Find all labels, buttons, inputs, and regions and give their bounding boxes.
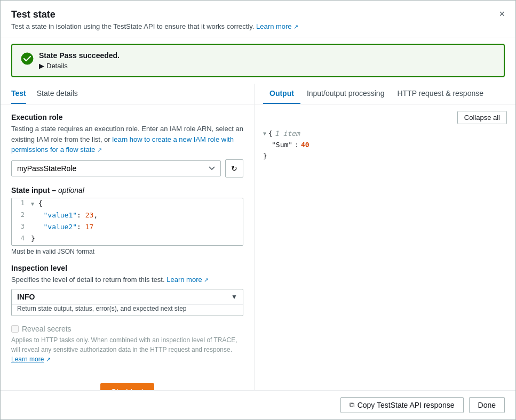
json-close-line: } [263,151,507,162]
collapse-all-button[interactable]: Collapse all [457,111,507,124]
output-header: Collapse all [263,111,507,124]
reveal-secrets-section: Reveal secrets Applies to HTTP tasks onl… [11,325,243,364]
modal-header-left: Test state Test a state in isolation usi… [11,9,298,30]
json-meta: 1 item [275,128,300,140]
start-test-row: Start test [11,375,243,390]
key-value1: "value1" [43,211,77,219]
json-sum-line: "Sum" : 40 [272,140,507,151]
inspection-title: Inspection level [11,264,243,272]
code-line-1: 1 ▼ { [12,198,243,210]
success-banner: State Pass succeeded. ▶ Details [11,44,505,77]
external-icon: ↗ [293,23,298,30]
right-content: Collapse all ▼ { 1 item "Sum" : 40 [255,104,515,390]
inspection-desc-value: Return state output, status, error(s), a… [12,304,243,316]
modal-body: Test State details Execution role Testin… [1,84,515,390]
code-line-4: 4 } [12,233,243,245]
right-panel: Output Input/output processing HTTP requ… [255,84,515,390]
json-toggle[interactable]: ▼ [263,130,266,138]
tab-state-details[interactable]: State details [37,84,78,104]
learn-more-link[interactable]: Learn more [256,22,291,30]
reveal-secrets-text: Reveal secrets [22,325,72,333]
close-brace: } [31,235,35,243]
inspection-select[interactable]: INFO ▼ Return state output, status, erro… [11,289,243,316]
start-test-button[interactable]: Start test [100,383,154,390]
copy-label: Copy TestState API response [358,401,455,409]
state-input-title: State input – optional [11,186,243,195]
val-value2: 17 [85,223,94,231]
modal-title: Test state [11,9,298,20]
json-tree: ▼ { 1 item "Sum" : 40 } [263,128,507,161]
inspection-value: INFO [17,293,35,301]
line-num-4: 4 [12,233,29,243]
inspection-section: Inspection level Specifies the level of … [11,264,243,317]
line-num-2: 2 [12,210,29,220]
inspection-learn-more[interactable]: Learn more [166,276,202,284]
json-sum-key: "Sum" [272,140,292,151]
external-link-icon-iam: ↗ [97,147,102,153]
json-colon: : [295,140,299,151]
left-content: Execution role Testing a state requires … [1,104,254,390]
optional-label: optional [58,186,84,195]
refresh-button[interactable]: ↻ [225,159,243,177]
details-label: Details [46,62,68,70]
execution-role-section: Execution role Testing a state requires … [11,113,243,177]
modal-header: Test state Test a state in isolation usi… [1,1,515,37]
role-select[interactable]: myPassStateRole [11,160,221,176]
open-brace: { [38,199,43,207]
reveal-secrets-label: Reveal secrets [11,325,243,333]
tab-http-request-response[interactable]: HTTP request & response [391,84,490,104]
json-open-brace: { [268,128,273,140]
execution-role-desc: Testing a state requires an execution ro… [11,124,243,155]
modal-subtitle-text: Test a state in isolation using the Test… [11,22,254,30]
svg-point-0 [21,53,33,64]
json-sum-value: 40 [301,140,309,151]
state-input-section: State input – optional 1 ▼ { 2 "value1":… [11,186,243,255]
execution-role-title: Execution role [11,113,243,122]
line-num-1: 1 [12,198,29,208]
tab-test[interactable]: Test [11,84,26,104]
modal-footer: ⧉ Copy TestState API response Done [1,390,515,419]
code-editor[interactable]: 1 ▼ { 2 "value1": 23, 3 "value2": 17 [11,198,243,246]
json-content: "Sum" : 40 [263,140,507,151]
json-close-brace: } [263,151,267,162]
json-root-line: ▼ { 1 item [263,128,507,140]
reveal-secrets-link[interactable]: Learn more [11,356,44,363]
success-content: State Pass succeeded. ▶ Details [39,51,120,70]
inspection-desc: Specifies the level of detail to return … [11,274,243,285]
external-icon-secrets: ↗ [46,356,51,362]
val-value1: 23 [85,211,94,219]
left-tabs: Test State details [1,84,254,104]
modal-subtitle: Test a state in isolation using the Test… [11,22,298,30]
done-button[interactable]: Done [469,397,505,413]
left-panel: Test State details Execution role Testin… [1,84,255,390]
line-num-3: 3 [12,222,29,231]
reveal-secrets-desc: Applies to HTTP tasks only. When combine… [11,335,243,364]
code-hint: Must be in valid JSON format [11,248,243,255]
reveal-secrets-checkbox[interactable] [11,325,19,333]
tab-output[interactable]: Output [263,84,300,104]
right-tabs: Output Input/output processing HTTP requ… [255,84,515,104]
success-title-post: succeeded. [77,51,120,60]
success-title-bold: Pass [59,51,77,60]
inspection-select-top[interactable]: INFO ▼ [12,289,243,304]
close-button[interactable]: × [499,9,505,19]
tab-input-output-processing[interactable]: Input/output processing [300,84,391,104]
success-check-icon [21,52,34,65]
collapse-toggle[interactable]: ▼ [31,201,34,207]
triangle-icon: ▶ [39,62,44,70]
key-value2: "value2" [43,223,77,231]
chevron-down-icon: ▼ [231,293,237,301]
code-line-2: 2 "value1": 23, [12,210,243,222]
success-title-pre: State [39,51,59,60]
code-line-3: 3 "value2": 17 [12,222,243,233]
external-icon-inspect: ↗ [204,277,209,283]
modal-container: Test state Test a state in isolation usi… [0,0,516,420]
copy-teststate-button[interactable]: ⧉ Copy TestState API response [340,397,464,413]
success-title: State Pass succeeded. [39,51,120,60]
refresh-icon: ↻ [231,164,237,173]
details-toggle[interactable]: ▶ Details [39,62,68,70]
role-row: myPassStateRole ↻ [11,159,243,177]
copy-icon: ⧉ [350,401,354,409]
